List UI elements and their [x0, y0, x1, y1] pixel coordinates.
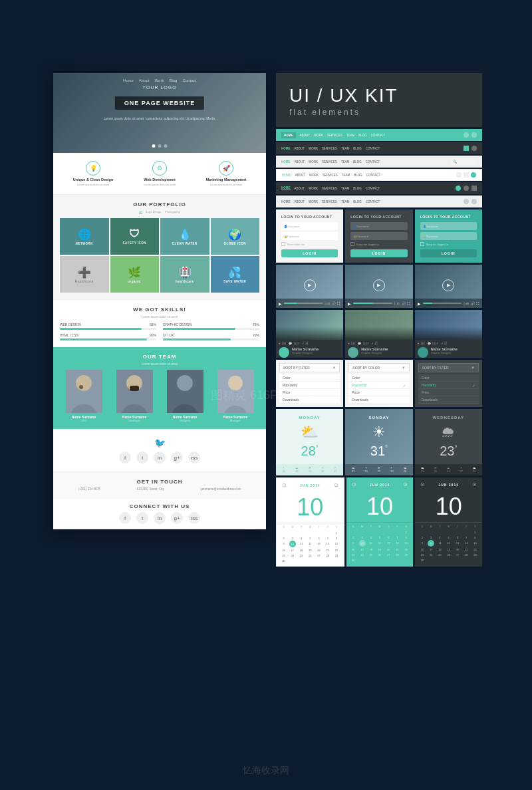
cal-day[interactable]: [444, 529, 453, 535]
volume-icon[interactable]: 🔊: [402, 301, 406, 305]
cal-day[interactable]: 20: [384, 547, 393, 552]
cal-day[interactable]: 14: [323, 541, 332, 547]
checkbox[interactable]: [350, 242, 354, 246]
nav-item-contact[interactable]: CONTACT: [366, 147, 380, 150]
cal-day[interactable]: 29: [471, 552, 479, 557]
portfolio-item-globe[interactable]: 🌍 GLOBE ICON: [211, 218, 260, 255]
cal-day[interactable]: 11: [366, 540, 375, 547]
cal-day[interactable]: 14: [393, 540, 402, 547]
hero-nav-item[interactable]: Blog: [169, 78, 177, 82]
cal-day[interactable]: 27: [453, 552, 462, 557]
nav-item-contact[interactable]: CONTACT: [366, 200, 380, 203]
cal-day[interactable]: 25: [297, 553, 305, 558]
dropdown-option[interactable]: Color: [418, 374, 479, 382]
linkedin-icon[interactable]: in: [154, 452, 166, 463]
nav-item-home[interactable]: HOME: [282, 174, 291, 177]
rss-icon[interactable]: rss: [188, 452, 200, 463]
cal-day[interactable]: 7: [393, 535, 402, 540]
cal-day[interactable]: 1: [471, 529, 479, 535]
cal-day[interactable]: 29: [332, 553, 340, 558]
connect-google[interactable]: g+: [171, 512, 183, 524]
cal-day[interactable]: 17: [288, 547, 297, 553]
cal-settings-icon[interactable]: ⊙: [420, 481, 425, 487]
cal-day[interactable]: 5: [444, 535, 453, 540]
cal-day-today[interactable]: 10: [428, 540, 434, 547]
login-password[interactable]: 🔒 Password: [420, 232, 477, 240]
cal-day[interactable]: 1: [332, 530, 340, 535]
cal-day[interactable]: 26: [375, 552, 384, 557]
cal-day-today[interactable]: 10: [289, 541, 296, 547]
nav-search[interactable]: 🔍: [450, 158, 477, 165]
play-button[interactable]: ▶: [442, 279, 454, 291]
cal-day[interactable]: 2: [418, 535, 426, 540]
nav-item-team[interactable]: TEAM: [341, 200, 350, 203]
nav-item-home[interactable]: HOME: [281, 132, 296, 138]
play-button[interactable]: ▶: [373, 279, 385, 291]
cal-day[interactable]: 24: [358, 552, 366, 557]
nav-item-work[interactable]: WORK: [309, 160, 318, 164]
cal-day[interactable]: 13: [315, 541, 323, 547]
cal-day[interactable]: [323, 530, 332, 535]
cal-day[interactable]: 7: [323, 535, 332, 541]
dropdown-option[interactable]: Price: [348, 389, 409, 396]
connect-linkedin[interactable]: in: [154, 512, 166, 524]
dropdown-option-selected[interactable]: Popularity ✓: [348, 382, 409, 389]
cal-day[interactable]: 19: [444, 547, 453, 552]
portfolio-item-savewater[interactable]: 💦 SAVE WATER: [211, 256, 260, 293]
login-password[interactable]: 🔒 Password: [281, 232, 338, 240]
nav-item-services[interactable]: SERVICES: [323, 174, 338, 177]
cal-day[interactable]: [358, 529, 366, 535]
nav-item-home[interactable]: HOME: [281, 186, 291, 190]
cal-day[interactable]: 12: [444, 540, 453, 547]
nav-item-team[interactable]: TEAM: [341, 187, 350, 190]
cal-day[interactable]: 16: [418, 547, 426, 552]
progress-bar[interactable]: [423, 303, 462, 304]
cal-day[interactable]: 22: [402, 547, 410, 552]
dropdown-option[interactable]: Color: [279, 374, 340, 382]
login-username[interactable]: 👤 Username: [281, 222, 338, 230]
dropdown-option[interactable]: Popularity: [279, 382, 340, 389]
nav-item-blog[interactable]: BLOG: [353, 160, 362, 164]
cal-settings-icon[interactable]: ⊙: [352, 481, 356, 487]
cal-day[interactable]: 27: [315, 553, 323, 558]
cal-day[interactable]: 21: [393, 547, 402, 552]
fullscreen-icon[interactable]: ⛶: [337, 301, 340, 305]
nav-item-about[interactable]: ABOUT: [295, 147, 305, 150]
cal-day[interactable]: 12: [306, 541, 315, 547]
fullscreen-icon[interactable]: ⛶: [407, 301, 410, 305]
nav-item-team[interactable]: TEAM: [341, 147, 350, 150]
nav-item-blog[interactable]: BLOG: [358, 134, 367, 137]
nav-item-blog[interactable]: BLOG: [353, 200, 362, 203]
connect-twitter[interactable]: t: [136, 512, 148, 524]
dropdown-header-3[interactable]: SORT BY FILTER ▼: [418, 363, 479, 372]
cal-day[interactable]: 8: [332, 535, 340, 541]
login-button[interactable]: LOGIN: [281, 249, 338, 257]
cal-settings-icon[interactable]: ⊙: [282, 482, 287, 488]
portfolio-item-healthcare[interactable]: 🏥 healthcare: [160, 256, 209, 293]
cal-day[interactable]: 16: [349, 547, 358, 552]
cal-nav-icon[interactable]: ⊙: [472, 481, 477, 487]
filter-logo[interactable]: Logo Design: [146, 210, 161, 214]
vc-play-icon[interactable]: ▶: [348, 301, 351, 306]
vc-play-icon[interactable]: ▶: [418, 301, 421, 306]
cal-day[interactable]: 18: [436, 547, 444, 552]
portfolio-item-organic[interactable]: 🌿 organic: [110, 256, 160, 293]
cal-day[interactable]: 26: [444, 552, 453, 557]
dropdown-option[interactable]: Downloads: [418, 396, 479, 404]
cal-day[interactable]: [306, 530, 315, 535]
cal-day[interactable]: 14: [462, 540, 471, 547]
portfolio-item-water[interactable]: 💧 CLEAN WATER: [160, 218, 209, 255]
login-username[interactable]: 👤 Username: [350, 222, 407, 230]
cal-day[interactable]: 15: [402, 540, 410, 547]
filter-all[interactable]: All: [139, 210, 142, 214]
cal-day[interactable]: 28: [323, 553, 332, 558]
dropdown-option[interactable]: Downloads: [348, 396, 409, 404]
cal-day[interactable]: 28: [462, 552, 471, 557]
cal-day[interactable]: [297, 530, 305, 535]
login-password[interactable]: 🔒 Password: [350, 232, 407, 240]
cal-day[interactable]: [349, 529, 358, 535]
cal-nav-icon[interactable]: ⊙: [403, 481, 408, 487]
cal-day[interactable]: 22: [471, 547, 479, 552]
cal-day[interactable]: [418, 529, 426, 535]
cal-day[interactable]: 22: [332, 547, 340, 553]
